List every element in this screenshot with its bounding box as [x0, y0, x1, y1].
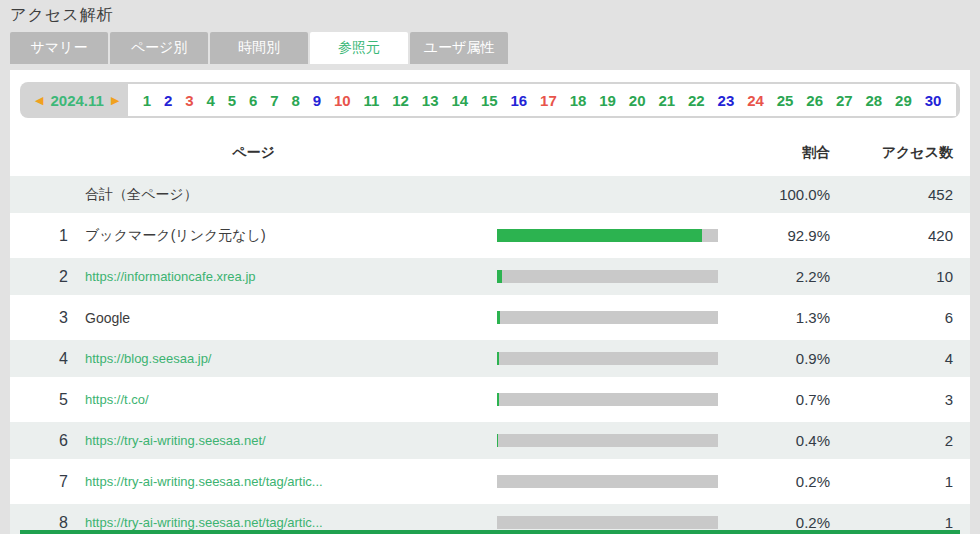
access-analytics-screen: アクセス解析 サマリーページ別時間別参照元ユーザ属性 ◀ 2024.11 ▶ 1… [0, 0, 980, 534]
row-referrer-link[interactable]: https://try-ai-writing.seesaa.net/tag/ar… [85, 474, 497, 489]
prev-month-icon[interactable]: ◀ [20, 95, 50, 106]
calendar-day[interactable]: 8 [291, 92, 299, 109]
total-label: 合計（全ページ） [85, 186, 497, 204]
bar-track [497, 475, 718, 488]
row-ratio: 0.2% [718, 473, 830, 490]
calendar-day[interactable]: 13 [422, 92, 439, 109]
row-rank: 1 [10, 227, 68, 245]
tab-bar: サマリーページ別時間別参照元ユーザ属性 [10, 32, 508, 64]
calendar-day[interactable]: 14 [451, 92, 468, 109]
row-rank: 3 [10, 309, 68, 327]
calendar-day[interactable]: 1 [143, 92, 151, 109]
calendar-day[interactable]: 11 [363, 92, 379, 109]
row-count: 3 [830, 391, 953, 408]
calendar-day[interactable]: 23 [718, 92, 735, 109]
calendar-day[interactable]: 27 [836, 92, 853, 109]
table-row: 1 ブックマーク(リンク元なし) 92.9% 420 [10, 215, 970, 256]
row-ratio: 1.3% [718, 309, 830, 326]
row-bar [497, 270, 718, 283]
row-rank: 5 [10, 391, 68, 409]
calendar-day[interactable]: 20 [629, 92, 646, 109]
bar-track [497, 229, 718, 242]
tab-hourly[interactable]: 時間別 [210, 32, 308, 64]
page-title: アクセス解析 [10, 5, 114, 26]
row-count: 4 [830, 350, 953, 367]
tab-user-attributes[interactable]: ユーザ属性 [410, 32, 508, 64]
calendar-day[interactable]: 5 [228, 92, 236, 109]
table-body: 1 ブックマーク(リンク元なし) 92.9% 420 2 https://inf… [10, 215, 970, 534]
row-bar [497, 516, 718, 529]
row-ratio: 92.9% [718, 227, 830, 244]
calendar-day[interactable]: 15 [481, 92, 498, 109]
row-bar [497, 229, 718, 242]
calendar-day[interactable]: 21 [658, 92, 675, 109]
row-bar [497, 393, 718, 406]
referrer-table: ページ 割合 アクセス数 合計（全ページ） 100.0% 452 1 ブックマー… [10, 132, 970, 534]
calendar-day[interactable]: 2 [164, 92, 172, 109]
row-count: 1 [830, 473, 953, 490]
bar-track [497, 393, 718, 406]
row-bar [497, 434, 718, 447]
calendar-day[interactable]: 19 [599, 92, 616, 109]
row-referrer-link[interactable]: https://try-ai-writing.seesaa.net/ [85, 433, 497, 448]
calendar-day[interactable]: 10 [334, 92, 351, 109]
row-count: 10 [830, 268, 953, 285]
calendar-day[interactable]: 17 [540, 92, 557, 109]
calendar-day[interactable]: 28 [865, 92, 882, 109]
table-header-row: ページ 割合 アクセス数 [10, 132, 970, 174]
tab-referrer[interactable]: 参照元 [310, 32, 408, 64]
row-bar [497, 475, 718, 488]
column-header-count: アクセス数 [830, 144, 953, 162]
column-header-page: ページ [10, 144, 497, 162]
calendar-day[interactable]: 22 [688, 92, 705, 109]
content-card: ◀ 2024.11 ▶ 1234567891011121314151617181… [10, 70, 970, 534]
calendar-day[interactable]: 16 [511, 92, 528, 109]
table-row: 5 https://t.co/ 0.7% 3 [10, 379, 970, 420]
tab-pages[interactable]: ページ別 [110, 32, 208, 64]
bar-fill [497, 393, 499, 406]
row-rank: 2 [10, 268, 68, 286]
calendar-day[interactable]: 6 [249, 92, 257, 109]
bar-track [497, 311, 718, 324]
row-referrer-label: ブックマーク(リンク元なし) [85, 227, 497, 245]
tab-summary[interactable]: サマリー [10, 32, 108, 64]
row-ratio: 2.2% [718, 268, 830, 285]
row-referrer-link[interactable]: https://informationcafe.xrea.jp [85, 269, 497, 284]
row-referrer-link[interactable]: https://t.co/ [85, 392, 497, 407]
table-row: 6 https://try-ai-writing.seesaa.net/ 0.4… [10, 420, 970, 461]
bar-track [497, 270, 718, 283]
calendar-day[interactable]: 29 [895, 92, 912, 109]
calendar-day[interactable]: 18 [570, 92, 587, 109]
calendar-day[interactable]: 30 [925, 92, 942, 109]
row-rank: 8 [10, 514, 68, 532]
calendar-day[interactable]: 4 [206, 92, 214, 109]
row-referrer-link[interactable]: https://try-ai-writing.seesaa.net/tag/ar… [85, 515, 497, 530]
calendar-day[interactable]: 26 [806, 92, 823, 109]
next-month-icon[interactable]: ▶ [104, 95, 128, 106]
row-count: 1 [830, 514, 953, 531]
row-rank: 6 [10, 432, 68, 450]
row-referrer-label: Google [85, 310, 497, 326]
row-bar [497, 311, 718, 324]
calendar-day[interactable]: 12 [392, 92, 409, 109]
row-count: 420 [830, 227, 953, 244]
row-ratio: 0.4% [718, 432, 830, 449]
table-row: 7 https://try-ai-writing.seesaa.net/tag/… [10, 461, 970, 502]
calendar-day[interactable]: 3 [185, 92, 193, 109]
calendar-day[interactable]: 7 [270, 92, 278, 109]
total-count: 452 [830, 186, 953, 203]
calendar-day[interactable]: 9 [313, 92, 321, 109]
row-referrer-link[interactable]: https://blog.seesaa.jp/ [85, 351, 497, 366]
bar-track [497, 516, 718, 529]
calendar-day[interactable]: 25 [777, 92, 794, 109]
bar-track [497, 352, 718, 365]
date-navigator: ◀ 2024.11 ▶ 1234567891011121314151617181… [20, 82, 960, 118]
current-month-label: 2024.11 [50, 92, 103, 109]
row-ratio: 0.7% [718, 391, 830, 408]
day-list: 1234567891011121314151617181920212223242… [128, 84, 956, 116]
table-footer-bar [20, 530, 960, 534]
bar-fill [497, 311, 500, 324]
bar-fill [497, 270, 502, 283]
table-row: 2 https://informationcafe.xrea.jp 2.2% 1… [10, 256, 970, 297]
calendar-day[interactable]: 24 [747, 92, 764, 109]
